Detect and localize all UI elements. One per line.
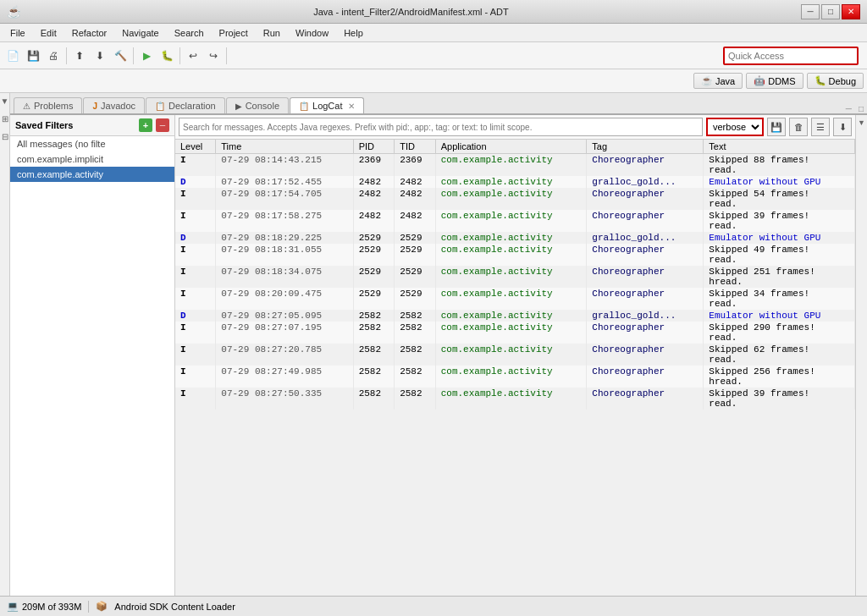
sidebar-bottom-icon[interactable]: ⊟ [2, 132, 8, 141]
minimize-panel-button[interactable]: ─ [842, 104, 855, 113]
sidebar-top-icon[interactable]: ▼ [1, 96, 9, 106]
perspective-ddms-button[interactable]: 🤖 DDMS [746, 73, 803, 89]
undo-button[interactable]: ↩ [184, 47, 202, 65]
menu-item-window[interactable]: Window [289, 26, 335, 40]
menu-item-refactor[interactable]: Refactor [65, 26, 114, 40]
col-tid: TID [395, 140, 436, 154]
table-row[interactable]: I 07-29 08:18:31.055 2529 2529 com.examp… [175, 244, 855, 266]
minimize-button[interactable]: ─ [801, 4, 820, 19]
cell-tid: 2582 [395, 322, 436, 344]
cell-tid: 2529 [395, 232, 436, 244]
console-tab-icon: ▶ [235, 102, 242, 111]
menu-bar: FileEditRefactorNavigateSearchProjectRun… [0, 24, 867, 42]
maximize-button[interactable]: □ [821, 4, 840, 19]
filters-title: Saved Filters [15, 120, 135, 130]
cell-text: Emulator without GPU [704, 176, 855, 188]
table-row[interactable]: I 07-29 08:17:58.275 2482 2482 com.examp… [175, 210, 855, 232]
search-input[interactable] [179, 118, 703, 136]
col-pid: PID [353, 140, 395, 154]
quick-access-box[interactable] [723, 47, 859, 65]
tab-console[interactable]: ▶ Console [226, 97, 289, 113]
perspective-java-button[interactable]: ☕ Java [693, 73, 743, 89]
table-row[interactable]: I 07-29 08:27:20.785 2582 2582 com.examp… [175, 344, 855, 366]
cell-tag: Choreographer [587, 344, 704, 366]
cell-text: Skipped 34 frames! read. [704, 288, 855, 310]
table-row[interactable]: I 07-29 08:20:09.475 2529 2529 com.examp… [175, 288, 855, 310]
cell-time: 07-29 08:27:20.785 [216, 344, 353, 366]
debug-run-button[interactable]: 🐛 [157, 47, 176, 65]
cell-app: com.example.activity [435, 210, 587, 232]
tab-problems[interactable]: ⚠ Problems [14, 97, 82, 113]
cell-pid: 2582 [353, 344, 395, 366]
filters-header: Saved Filters + ─ [10, 115, 174, 136]
cell-app: com.example.activity [435, 310, 587, 322]
toolbar-sep-3 [179, 47, 180, 64]
toggle-view-button[interactable]: ☰ [811, 118, 830, 136]
log-data-table: Level Time PID TID Application Tag Text … [175, 140, 855, 410]
menu-item-help[interactable]: Help [337, 26, 370, 40]
tab-logcat[interactable]: 📋 LogCat ✕ [290, 97, 363, 113]
run-button[interactable]: ▶ [137, 47, 156, 65]
tab-javadoc[interactable]: J Javadoc [83, 97, 145, 113]
cell-app: com.example.activity [435, 176, 587, 188]
filter-all-messages[interactable]: All messages (no filte [10, 136, 174, 151]
new-button[interactable]: 📄 [3, 47, 22, 65]
add-filter-button[interactable]: + [139, 118, 152, 132]
maximize-panel-button[interactable]: □ [855, 104, 867, 113]
scroll-bottom-button[interactable]: ⬇ [833, 118, 852, 136]
cell-pid: 2482 [353, 188, 395, 210]
menu-item-search[interactable]: Search [168, 26, 211, 40]
cell-tag: Choreographer [587, 288, 704, 310]
filter-com-implicit[interactable]: com.example.implicit [10, 151, 174, 167]
debug-icon: 🐛 [815, 75, 826, 86]
cell-tid: 2529 [395, 288, 436, 310]
table-row[interactable]: D 07-29 08:17:52.455 2482 2482 com.examp… [175, 176, 855, 188]
table-row[interactable]: I 07-29 08:14:43.215 2369 2369 com.examp… [175, 154, 855, 177]
menu-item-file[interactable]: File [3, 26, 32, 40]
menu-item-edit[interactable]: Edit [34, 26, 64, 40]
quick-access-input[interactable] [728, 51, 853, 61]
col-application: Application [435, 140, 587, 154]
redo-button[interactable]: ↪ [204, 47, 223, 65]
cell-app: com.example.activity [435, 266, 587, 288]
filter-com-activity[interactable]: com.example.activity [10, 167, 174, 182]
table-row[interactable]: D 07-29 08:27:05.095 2582 2582 com.examp… [175, 310, 855, 322]
cell-app: com.example.activity [435, 344, 587, 366]
toolbar-sep-4 [226, 47, 227, 64]
cell-app: com.example.activity [435, 388, 587, 410]
table-row[interactable]: I 07-29 08:27:50.335 2582 2582 com.examp… [175, 388, 855, 410]
export-button[interactable]: ⬆ [70, 47, 89, 65]
menu-item-navigate[interactable]: Navigate [115, 26, 165, 40]
cell-pid: 2582 [353, 388, 395, 410]
cell-tid: 2582 [395, 310, 436, 322]
remove-filter-button[interactable]: ─ [156, 118, 169, 132]
table-row[interactable]: I 07-29 08:17:54.705 2482 2482 com.examp… [175, 188, 855, 210]
menu-item-run[interactable]: Run [257, 26, 287, 40]
clear-log-button[interactable]: 🗑 [789, 118, 808, 136]
cell-app: com.example.activity [435, 232, 587, 244]
save-log-button[interactable]: 💾 [767, 118, 786, 136]
window-title: Java - intent_Filter2/AndroidManifest.xm… [21, 7, 801, 17]
verbose-select[interactable]: verbose debug info warn error [706, 118, 764, 136]
cell-time: 07-29 08:27:07.195 [216, 322, 353, 344]
table-row[interactable]: I 07-29 08:27:07.195 2582 2582 com.examp… [175, 322, 855, 344]
tab-declaration[interactable]: 📋 Declaration [146, 97, 225, 113]
save-button[interactable]: 💾 [24, 47, 42, 65]
right-sidebar-icon-1[interactable]: ▼ [858, 118, 866, 127]
tab-logcat-close[interactable]: ✕ [348, 102, 355, 111]
close-button[interactable]: ✕ [842, 4, 860, 19]
table-row[interactable]: D 07-29 08:18:29.225 2529 2529 com.examp… [175, 232, 855, 244]
print-button[interactable]: 🖨 [44, 47, 63, 65]
table-row[interactable]: I 07-29 08:27:49.985 2582 2582 com.examp… [175, 366, 855, 388]
import-button[interactable]: ⬇ [91, 47, 109, 65]
perspective-debug-button[interactable]: 🐛 Debug [807, 73, 864, 89]
cell-level: I [175, 366, 216, 388]
sidebar-middle-icon[interactable]: ⊞ [2, 114, 8, 124]
tab-row: ⚠ Problems J Javadoc 📋 Declaration ▶ Con… [10, 93, 867, 115]
build-button[interactable]: 🔨 [111, 47, 130, 65]
left-sidebar: ▼ ⊞ ⊟ [0, 93, 10, 596]
cell-text: Skipped 39 frames! read. [704, 210, 855, 232]
menu-item-project[interactable]: Project [213, 26, 255, 40]
table-row[interactable]: I 07-29 08:18:34.075 2529 2529 com.examp… [175, 266, 855, 288]
tab-declaration-label: Declaration [168, 101, 216, 111]
